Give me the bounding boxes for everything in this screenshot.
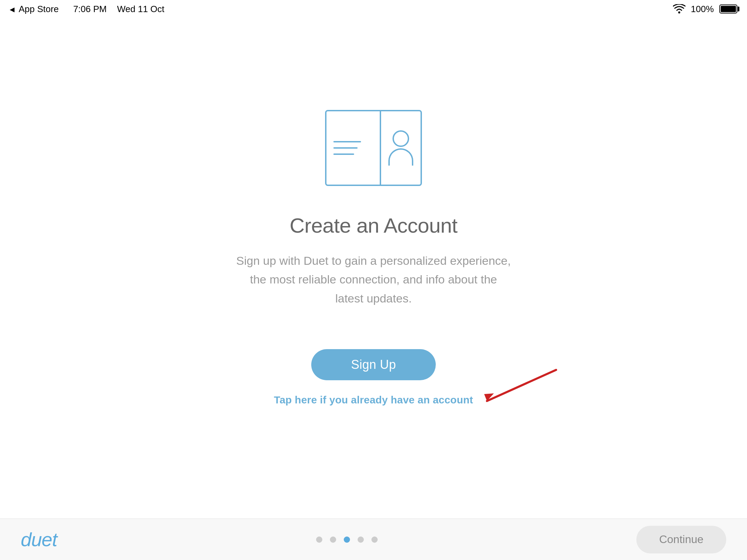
page-dot-2[interactable]	[330, 536, 336, 543]
login-section: Tap here if you already have an account	[274, 394, 473, 406]
continue-button[interactable]: Continue	[636, 526, 726, 553]
app-store-label[interactable]: App Store	[19, 4, 59, 15]
page-dot-5[interactable]	[371, 536, 378, 543]
status-bar-right: 100%	[673, 4, 738, 15]
person-head	[393, 130, 409, 147]
page-description: Sign up with Duet to gain a personalized…	[235, 251, 512, 308]
duet-logo: duet	[21, 528, 57, 551]
svg-line-1	[487, 370, 556, 401]
page-dot-3[interactable]	[344, 536, 350, 543]
wifi-icon	[673, 4, 685, 14]
status-bar: ◂ App Store 7:06 PM Wed 11 Oct 100%	[0, 0, 747, 18]
icon-person-side	[381, 111, 421, 185]
icon-line-2	[333, 147, 358, 149]
status-date: Wed 11 Oct	[117, 4, 164, 15]
app-icon	[325, 110, 422, 186]
icon-line-1	[333, 141, 361, 142]
page-dots	[316, 536, 378, 543]
icon-document-side	[326, 111, 381, 185]
bottom-bar: duet Continue	[0, 519, 747, 560]
battery-icon	[719, 4, 737, 13]
battery-percentage: 100%	[691, 4, 714, 15]
back-arrow-icon[interactable]: ◂	[10, 3, 15, 15]
main-content: Create an Account Sign up with Duet to g…	[0, 18, 747, 519]
person-silhouette	[388, 130, 413, 166]
page-dot-4[interactable]	[358, 536, 364, 543]
person-body	[388, 148, 413, 166]
icon-line-3	[333, 153, 354, 155]
status-time: 7:06 PM	[73, 4, 107, 15]
page-title: Create an Account	[289, 214, 457, 237]
login-link[interactable]: Tap here if you already have an account	[274, 394, 473, 406]
signup-button[interactable]: Sign Up	[311, 349, 436, 380]
annotation-arrow	[459, 363, 570, 411]
status-bar-left: ◂ App Store 7:06 PM Wed 11 Oct	[10, 3, 164, 15]
svg-point-0	[678, 11, 680, 13]
page-dot-1[interactable]	[316, 536, 322, 543]
